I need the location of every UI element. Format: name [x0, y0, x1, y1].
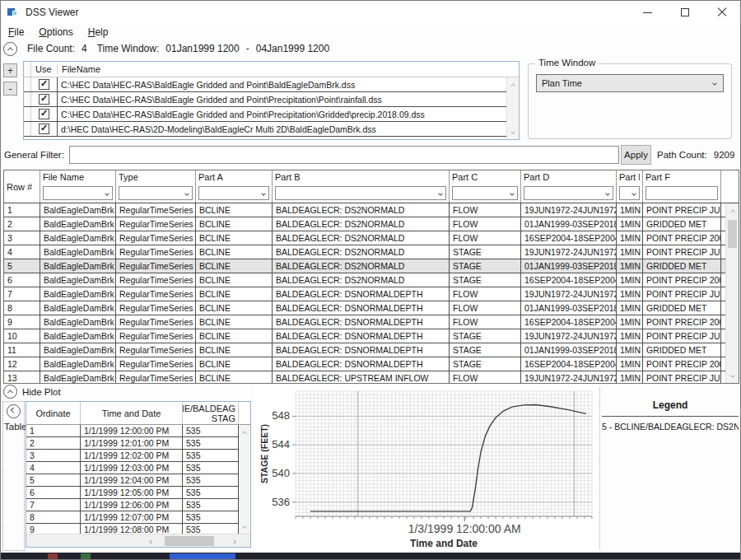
- column-filter-combo[interactable]: [275, 186, 446, 200]
- table-cell: 7: [26, 499, 81, 511]
- add-file-button[interactable]: +: [3, 63, 17, 77]
- scrollbar-thumb[interactable]: [165, 536, 214, 546]
- ordinate-table-vscrollbar[interactable]: [239, 425, 250, 534]
- general-filter-input[interactable]: [69, 146, 619, 164]
- table-row[interactable]: 8BaldEagleDamBrkRegularTimeSeriesBCLINEB…: [4, 301, 739, 315]
- chevron-down-icon: [631, 191, 636, 196]
- title-bar[interactable]: DSS Viewer: [1, 1, 740, 24]
- chevron-down-icon: [510, 129, 515, 134]
- table-cell: BCLINE: [196, 357, 273, 371]
- time-window-end: 04Jan1999 1200: [256, 43, 329, 54]
- scroll-down-button[interactable]: [726, 370, 739, 381]
- use-checkbox[interactable]: [39, 109, 49, 119]
- table-row[interactable]: 11BaldEagleDamBrkRegularTimeSeriesBCLINE…: [4, 343, 739, 357]
- list-item[interactable]: 31/1/1999 12:02:00 PM535: [26, 450, 250, 462]
- column-filter-combo[interactable]: [43, 186, 113, 200]
- list-item[interactable]: 51/1/1999 12:04:00 PM535: [26, 474, 250, 487]
- table-cell: BCLINE: [196, 343, 273, 357]
- table-cell: RegularTimeSeries: [116, 231, 196, 245]
- use-checkbox[interactable]: [39, 124, 49, 134]
- table-cell: STAGE: [450, 273, 521, 287]
- column-filter-input[interactable]: [645, 186, 718, 200]
- legend-divider: [599, 388, 600, 549]
- ordinate-table-hscrollbar[interactable]: ‹ ›: [26, 534, 250, 547]
- table-row[interactable]: 7BaldEagleDamBrkRegularTimeSeriesBCLINEB…: [4, 287, 739, 301]
- scroll-left-button[interactable]: ‹: [147, 537, 155, 545]
- use-checkbox[interactable]: [39, 94, 49, 105]
- file-list-scrollbar[interactable]: [506, 77, 519, 139]
- table-cell: 10: [4, 329, 40, 343]
- scroll-up-button[interactable]: [239, 427, 250, 438]
- taskbar-item[interactable]: [170, 553, 235, 559]
- minimize-button[interactable]: [629, 1, 666, 24]
- menu-help[interactable]: Help: [81, 25, 116, 40]
- remove-file-button[interactable]: -: [3, 82, 17, 96]
- collapse-table-button[interactable]: [7, 404, 21, 418]
- column-filter-combo[interactable]: [198, 186, 269, 200]
- stage-plot[interactable]: 536540544548STAGE (FEET)1/3/1999 12:00:0…: [254, 386, 599, 551]
- time-window-select[interactable]: Plan Time: [536, 74, 724, 92]
- row-gutter: [24, 62, 31, 77]
- list-item[interactable]: 61/1/1999 12:05:00 PM535: [26, 487, 250, 499]
- menu-file[interactable]: File: [1, 25, 31, 40]
- close-button[interactable]: [703, 1, 740, 24]
- table-row[interactable]: 2BaldEagleDamBrkRegularTimeSeriesBCLINEB…: [4, 217, 739, 231]
- table-row[interactable]: 10BaldEagleDamBrkRegularTimeSeriesBCLINE…: [4, 329, 739, 343]
- table-row[interactable]: 1BaldEagleDamBrkRegularTimeSeriesBCLINEB…: [4, 203, 739, 217]
- taskbar-item[interactable]: [48, 553, 58, 559]
- collapse-file-panel-button[interactable]: [3, 42, 17, 56]
- table-cell: BaldEagleDamBrk: [40, 259, 116, 273]
- table-row[interactable]: 6BaldEagleDamBrkRegularTimeSeriesBCLINEB…: [4, 273, 739, 287]
- menu-options[interactable]: Options: [31, 25, 80, 40]
- column-header-row-: Row #: [4, 170, 40, 203]
- column-header-part-b: Part B: [273, 170, 450, 203]
- catalog-scrollbar[interactable]: [725, 203, 739, 383]
- legend-rule: [602, 416, 739, 417]
- table-splitter-strip[interactable]: Table: [2, 401, 25, 551]
- table-cell: STAGE: [450, 343, 521, 357]
- collapse-plot-button[interactable]: [3, 385, 17, 399]
- scroll-up-button[interactable]: [507, 79, 519, 91]
- scroll-down-button[interactable]: [507, 126, 519, 138]
- table-cell: RegularTimeSeries: [116, 287, 196, 301]
- table-cell: 1/1/1999 12:01:00 PM: [81, 437, 183, 449]
- list-item[interactable]: 81/1/1999 12:07:00 PM535: [26, 511, 250, 524]
- scroll-right-button[interactable]: ›: [231, 537, 239, 545]
- table-cell: 1MIN: [617, 357, 643, 371]
- list-item[interactable]: 71/1/1999 12:06:00 PM535: [26, 499, 250, 511]
- table-row[interactable]: 5BaldEagleDamBrkRegularTimeSeriesBCLINEB…: [4, 259, 739, 273]
- scrollbar-thumb[interactable]: [728, 220, 737, 248]
- list-item[interactable]: 11/1/1999 12:00:00 PM535: [26, 425, 250, 437]
- hide-plot-toggle[interactable]: Hide Plot: [3, 385, 61, 399]
- table-row[interactable]: 13BaldEagleDamBrkRegularTimeSeriesBCLINE…: [4, 371, 739, 384]
- list-item[interactable]: 21/1/1999 12:01:00 PM535: [26, 437, 250, 450]
- table-row[interactable]: 4BaldEagleDamBrkRegularTimeSeriesBCLINEB…: [4, 245, 739, 259]
- taskbar-item[interactable]: [81, 553, 91, 559]
- file-count-value: 4: [82, 43, 87, 54]
- scroll-up-button[interactable]: [726, 205, 739, 217]
- table-cell: 1/1/1999 12:05:00 PM: [81, 487, 183, 498]
- time-window-dash: -: [246, 43, 249, 54]
- table-cell: 1/1/1999 12:07:00 PM: [81, 511, 183, 523]
- column-filter-combo[interactable]: [619, 186, 640, 200]
- table-row[interactable]: 3BaldEagleDamBrkRegularTimeSeriesBCLINEB…: [4, 231, 739, 245]
- table-cell: 19JUN1972-24JUN1972: [521, 245, 617, 259]
- column-filter-combo[interactable]: [524, 186, 613, 200]
- ordinate-table-header: Ordinate Time and Date 5 - BCLINE/BALDEA…: [26, 402, 250, 425]
- time-window-groupbox: Time Window Plan Time: [528, 63, 732, 139]
- apply-button[interactable]: Apply: [621, 145, 651, 165]
- column-filter-combo[interactable]: [452, 186, 518, 200]
- table-cell: BaldEagleDamBrk: [40, 231, 116, 245]
- table-row[interactable]: 12BaldEagleDamBrkRegularTimeSeriesBCLINE…: [4, 357, 739, 371]
- chevron-up-icon: [510, 84, 515, 89]
- scroll-down-button[interactable]: [239, 520, 250, 532]
- list-item[interactable]: 41/1/1999 12:03:00 PM535: [26, 462, 250, 474]
- table-cell: 3: [4, 231, 40, 245]
- catalog-table: Row #File NameTypePart APart BPart CPart…: [3, 170, 739, 384]
- table-row[interactable]: 9BaldEagleDamBrkRegularTimeSeriesBCLINEB…: [4, 315, 739, 329]
- use-checkbox[interactable]: [39, 79, 49, 90]
- column-filter-combo[interactable]: [119, 186, 193, 200]
- column-header-label: Part A: [198, 172, 269, 182]
- maximize-button[interactable]: [666, 1, 703, 24]
- file-row: C:\HEC Data\HEC-RAS\BaldEagle Gridded an…: [24, 77, 519, 92]
